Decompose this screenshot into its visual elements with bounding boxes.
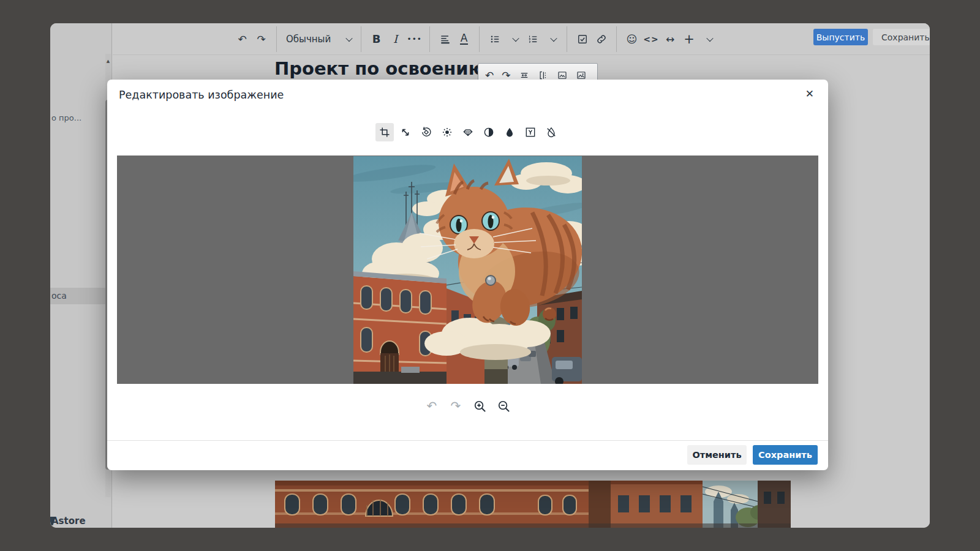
crop-tool-button[interactable]	[375, 123, 394, 141]
toolbar-divider	[479, 26, 480, 52]
toolbar-divider	[616, 26, 617, 52]
editor-toolbar: ↶ ↷ Обычный B I ••• A	[113, 23, 930, 55]
zoom-in-icon	[473, 399, 487, 413]
insert-block-button[interactable]: +	[682, 29, 697, 49]
account-label[interactable]: Astore	[51, 515, 86, 527]
brightness-tool-button[interactable]	[438, 123, 456, 141]
edit-redo-button[interactable]: ↷	[448, 398, 464, 414]
image-preview-area	[117, 156, 818, 384]
cancel-button[interactable]: Отменить	[687, 445, 747, 465]
italic-icon: I	[393, 32, 398, 45]
numbered-list-icon	[527, 33, 539, 45]
link-icon	[595, 33, 608, 45]
bold-icon: B	[372, 32, 381, 45]
gem-icon	[462, 126, 474, 138]
grayscale-tool-button[interactable]	[521, 123, 540, 141]
link-button[interactable]	[594, 29, 609, 49]
toolbar-divider	[361, 26, 361, 52]
full-width-button[interactable]: ↔	[663, 29, 678, 49]
chevron-down-icon	[550, 34, 557, 41]
crop-icon	[379, 126, 391, 138]
toolbar-divider	[276, 26, 277, 52]
edit-image-modal: Редактировать изображение ✕	[107, 80, 828, 470]
paragraph-style-dropdown[interactable]: Обычный	[282, 34, 355, 45]
align-button[interactable]	[437, 29, 453, 49]
contrast-tool-button[interactable]	[480, 123, 498, 141]
toolbar-divider	[429, 26, 430, 52]
align-icon	[439, 33, 451, 45]
checkbox-icon	[576, 33, 589, 45]
rotate-left-icon	[420, 126, 432, 138]
insert-block-expand[interactable]	[701, 29, 716, 49]
luma-y-icon	[524, 126, 537, 138]
close-icon: ✕	[805, 88, 814, 100]
more-formats-button[interactable]: •••	[407, 29, 422, 49]
numbered-list-button[interactable]	[525, 29, 540, 49]
preview-controls: ↶ ↷	[107, 397, 828, 414]
zoom-out-icon	[497, 399, 511, 413]
numbered-list-expand[interactable]	[544, 29, 559, 49]
street-image-strip	[275, 481, 791, 528]
save-button[interactable]: Сохранить	[753, 445, 818, 465]
left-right-arrow-icon: ↔	[666, 33, 674, 45]
more-icon: •••	[407, 35, 422, 43]
undo-icon: ↶	[427, 399, 437, 413]
sidebar-item-truncated[interactable]: о про...	[51, 113, 81, 122]
italic-button[interactable]: I	[388, 29, 403, 49]
bold-button[interactable]: B	[369, 29, 384, 49]
edit-tools-toolbar	[107, 123, 828, 141]
document-image[interactable]	[275, 481, 791, 528]
redo-icon: ↷	[257, 33, 265, 45]
clear-filters-tool-button[interactable]	[542, 123, 560, 141]
text-color-button[interactable]: A	[456, 29, 472, 49]
paragraph-style-label: Обычный	[286, 34, 331, 45]
redo-button[interactable]: ↷	[254, 29, 269, 49]
undo-button[interactable]: ↶	[235, 29, 250, 49]
edit-undo-button[interactable]: ↶	[424, 398, 440, 414]
publish-button[interactable]: Выпустить	[813, 29, 868, 45]
modal-footer: Отменить Сохранить	[107, 440, 828, 470]
text-color-icon: A	[460, 33, 469, 45]
emoji-icon: ☺	[627, 33, 638, 45]
zoom-out-button[interactable]	[496, 398, 511, 414]
code-icon: <>	[643, 34, 658, 44]
plus-icon: +	[684, 32, 695, 47]
droplet-icon	[503, 126, 516, 138]
save-draft-button[interactable]: Сохранить	[873, 29, 930, 45]
bullet-list-expand[interactable]	[506, 29, 521, 49]
checklist-button[interactable]	[575, 29, 590, 49]
filter-tool-button[interactable]	[459, 123, 477, 141]
modal-title: Редактировать изображение	[119, 89, 284, 101]
contrast-icon	[483, 126, 495, 138]
droplet-off-icon	[545, 126, 557, 138]
redo-icon: ↷	[451, 399, 461, 413]
bullet-list-icon	[489, 33, 501, 45]
resize-tool-button[interactable]	[396, 123, 415, 141]
emoji-button[interactable]: ☺	[624, 29, 639, 49]
chevron-down-icon	[512, 34, 519, 41]
sidebar-item-selected[interactable]: оса	[50, 288, 105, 304]
code-button[interactable]: <>	[643, 29, 658, 49]
sidebar: о про... оса Astore ▲	[50, 23, 112, 528]
resize-icon	[399, 126, 412, 138]
scroll-up-icon[interactable]: ▲	[105, 59, 111, 64]
rotate-tool-button[interactable]	[417, 123, 435, 141]
hue-tool-button[interactable]	[500, 123, 519, 141]
close-button[interactable]: ✕	[805, 88, 814, 100]
chevron-down-icon	[706, 34, 713, 41]
bullet-list-button[interactable]	[487, 29, 502, 49]
brightness-icon	[441, 126, 453, 138]
chevron-down-icon	[346, 34, 353, 41]
undo-icon: ↶	[238, 33, 246, 45]
preview-image	[353, 156, 582, 384]
toolbar-divider	[567, 26, 567, 52]
zoom-in-button[interactable]	[472, 398, 488, 414]
